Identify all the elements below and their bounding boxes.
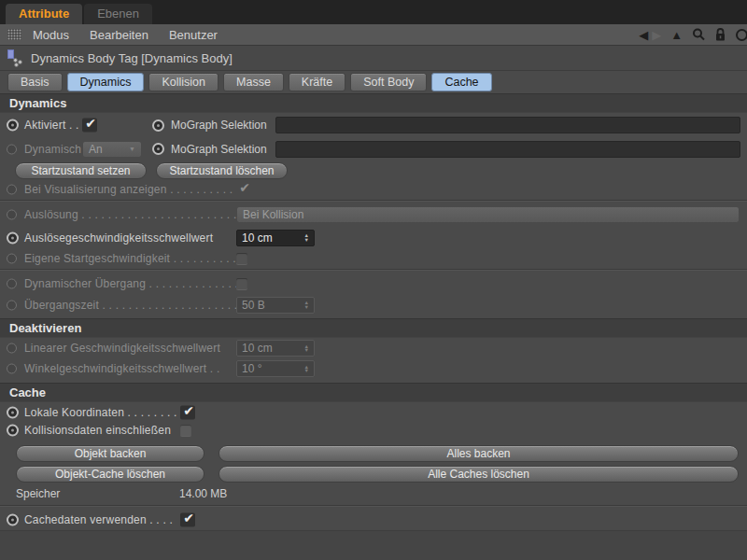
separator xyxy=(0,200,747,202)
anim-dot-aktiviert[interactable] xyxy=(7,119,19,132)
panel-footer xyxy=(0,530,747,560)
kollisionsdaten-checkbox[interactable] xyxy=(180,425,191,436)
dynamisch-dropdown[interactable]: An ▼ xyxy=(82,141,142,158)
winkel-label: Winkelgeschwindigkeitsschwellwert . . xyxy=(24,362,219,375)
history-forward-icon[interactable]: ▶ xyxy=(652,28,661,42)
uebergang-checkbox[interactable] xyxy=(236,278,247,289)
object-title: Dynamics Body Tag [Dynamics Body] xyxy=(31,51,233,65)
startzustand-loeschen-button[interactable]: Startzustand löschen xyxy=(156,162,288,179)
row-ausloeseschwellwert: Auslösegeschwindigkeitsschwellwert 10 cm… xyxy=(0,226,747,249)
mograph-selektion-input-2[interactable] xyxy=(275,141,740,158)
anim-dot-eigene-start[interactable] xyxy=(7,253,17,263)
section-header-cache[interactable]: Cache xyxy=(0,383,747,402)
lokale-label: Lokale Koordinaten . . . . . . . . xyxy=(24,406,177,419)
row-aktiviert: Aktiviert . . . ✔ MoGraph Selektion xyxy=(0,113,747,137)
anim-dot-visualisierung[interactable] xyxy=(7,184,17,194)
row-visualisierung: Bei Visualisierung anzeigen . . . . . . … xyxy=(0,180,747,198)
tab-kraefte[interactable]: Kräfte xyxy=(289,73,345,91)
ausloesung-dropdown[interactable]: Bei Kollision xyxy=(236,206,740,223)
clipped-circle-icon[interactable] xyxy=(736,29,747,41)
anim-dot-uebergangszeit[interactable] xyxy=(7,300,17,310)
check-icon: ✔ xyxy=(239,179,250,194)
eigene-start-checkbox[interactable] xyxy=(236,253,247,264)
spinner-arrows-icon[interactable]: ▲▼ xyxy=(304,365,309,373)
dynamisch-value: An xyxy=(89,143,103,156)
section-header-deaktivieren[interactable]: Deaktivieren xyxy=(0,318,747,338)
tab-attribute[interactable]: Attribute xyxy=(6,4,82,24)
objekt-cache-loeschen-button[interactable]: Objekt-Cache löschen xyxy=(16,466,204,483)
anim-dot-linear[interactable] xyxy=(7,343,17,354)
uebergangszeit-label: Übergangszeit . . . . . . . . . . . . . … xyxy=(24,299,244,312)
anim-dot-uebergang[interactable] xyxy=(7,278,17,288)
row-kollisionsdaten: Kollisionsdaten einschließen xyxy=(0,421,747,439)
spinner-arrows-icon[interactable]: ▲▼ xyxy=(304,233,309,242)
tab-kollision[interactable]: Kollision xyxy=(148,73,218,91)
tab-dynamics[interactable]: Dynamics xyxy=(67,73,145,91)
anim-dot-dynamisch[interactable] xyxy=(7,144,17,154)
speicher-label: Speicher xyxy=(16,487,60,500)
row-startzustand-buttons: Startzustand setzen Startzustand löschen xyxy=(0,161,747,180)
winkel-value: 10 ° xyxy=(242,362,261,375)
tab-ebenen[interactable]: Ebenen xyxy=(84,4,152,24)
ausloeseschwellwert-value: 10 cm xyxy=(242,231,273,245)
row-lokale-koordinaten: Lokale Koordinaten . . . . . . . . ✔ xyxy=(0,404,747,421)
uebergangszeit-spinner[interactable]: 50 B ▲▼ xyxy=(236,297,315,314)
row-winkel-schwellwert: Winkelgeschwindigkeitsschwellwert . . 10… xyxy=(0,358,747,379)
anim-dot-winkel[interactable] xyxy=(7,364,17,374)
mograph-selektion-input-1[interactable] xyxy=(275,117,740,133)
anim-dot-mograph-2[interactable] xyxy=(152,143,164,155)
linear-value: 10 cm xyxy=(242,342,273,355)
alle-caches-loeschen-button[interactable]: Alle Caches löschen xyxy=(218,466,739,483)
kollisionsdaten-label: Kollisionsdaten einschließen xyxy=(24,424,171,437)
cachedaten-checkbox[interactable]: ✔ xyxy=(180,512,195,526)
alles-backen-button[interactable]: Alles backen xyxy=(218,445,739,462)
lock-icon[interactable] xyxy=(714,28,726,42)
aktiviert-checkbox[interactable]: ✔ xyxy=(82,119,97,133)
cachedaten-label: Cachedaten verwenden . . . . xyxy=(24,513,173,526)
separator xyxy=(0,505,747,507)
anim-dot-kollisionsdaten[interactable] xyxy=(7,424,19,436)
check-icon: ✔ xyxy=(85,116,96,131)
lokale-checkbox[interactable]: ✔ xyxy=(180,406,195,420)
menu-benutzer[interactable]: Benutzer xyxy=(169,28,218,42)
chevron-down-icon: ▼ xyxy=(129,146,135,152)
uebergangszeit-value: 50 B xyxy=(242,299,265,312)
anim-dot-cachedaten[interactable] xyxy=(7,513,19,525)
tab-basis[interactable]: Basis xyxy=(7,73,63,91)
row-ausloesung: Auslösung . . . . . . . . . . . . . . . … xyxy=(0,203,747,226)
menubar-icons: ◀ ▶ ▲ xyxy=(639,28,740,42)
startzustand-setzen-button[interactable]: Startzustand setzen xyxy=(15,162,147,179)
spinner-arrows-icon[interactable]: ▲▼ xyxy=(304,301,309,309)
tab-soft-body[interactable]: Soft Body xyxy=(350,73,427,91)
aktiviert-label: Aktiviert . . . xyxy=(24,119,86,132)
search-icon[interactable] xyxy=(692,28,705,41)
anim-dot-lokale[interactable] xyxy=(7,407,19,419)
ausloesung-value: Bei Kollision xyxy=(243,208,303,221)
dynamics-body-tag-icon xyxy=(7,49,24,67)
object-title-row: Dynamics Body Tag [Dynamics Body] xyxy=(0,46,747,71)
menu-modus[interactable]: Modus xyxy=(33,28,69,42)
mograph-selektion-group-2: MoGraph Selektion xyxy=(152,137,740,161)
winkel-spinner[interactable]: 10 ° ▲▼ xyxy=(236,360,315,377)
separator xyxy=(0,269,747,271)
anim-dot-ausloesung[interactable] xyxy=(7,210,17,220)
hierarchy-up-icon[interactable]: ▲ xyxy=(670,28,683,42)
history-back-icon[interactable]: ◀ xyxy=(639,28,648,42)
linear-spinner[interactable]: 10 cm ▲▼ xyxy=(236,340,315,357)
anim-dot-mograph-1[interactable] xyxy=(152,119,164,132)
visualisierung-checkbox[interactable]: ✔ xyxy=(236,182,251,196)
linear-label: Linearer Geschwindigkeitsschwellwert xyxy=(24,342,220,355)
mograph-selektion-label-2: MoGraph Selektion xyxy=(171,143,267,156)
tab-masse[interactable]: Masse xyxy=(223,73,284,91)
spinner-arrows-icon[interactable]: ▲▼ xyxy=(304,344,309,353)
menu-bearbeiten[interactable]: Bearbeiten xyxy=(90,28,148,42)
tag-tab-row: Basis Dynamics Kollision Masse Kräfte So… xyxy=(0,71,747,93)
section-header-dynamics[interactable]: Dynamics xyxy=(0,93,747,113)
anim-dot-ausloeseschwellwert[interactable] xyxy=(7,231,19,244)
grip-handle-icon[interactable] xyxy=(7,29,21,40)
row-bake-buttons: Objekt backen Alles backen xyxy=(0,443,747,464)
tab-cache[interactable]: Cache xyxy=(431,73,491,91)
objekt-backen-button[interactable]: Objekt backen xyxy=(16,445,204,462)
row-dynamischer-uebergang: Dynamischer Übergang . . . . . . . . . .… xyxy=(0,273,747,294)
ausloeseschwellwert-spinner[interactable]: 10 cm ▲▼ xyxy=(236,230,315,246)
